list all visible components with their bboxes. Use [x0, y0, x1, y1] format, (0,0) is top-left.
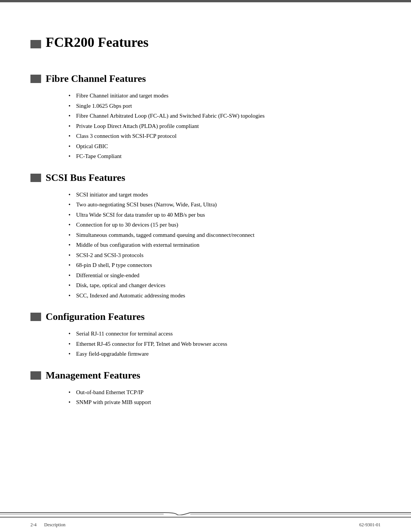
section-management: Management FeaturesOut-of-band Ethernet …	[30, 370, 381, 407]
list-item: FC-Tape Compliant	[68, 152, 381, 161]
list-item: SCSI-2 and SCSI-3 protocols	[68, 251, 381, 260]
configuration-icon	[30, 313, 41, 321]
main-title-icon	[30, 40, 41, 48]
main-title-row: FCR200 Features	[30, 27, 381, 62]
scsi-bus-bullet-list: SCSI initiator and target modesTwo auto-…	[30, 190, 381, 300]
list-item: Private Loop Direct Attach (PLDA) profil…	[68, 122, 381, 131]
section-fibre-channel: Fibre Channel FeaturesFibre Channel init…	[30, 73, 381, 161]
configuration-title: Configuration Features	[46, 311, 145, 323]
main-title: FCR200 Features	[46, 34, 148, 50]
configuration-heading-row: Configuration Features	[30, 311, 381, 323]
footer-page-number: 2-4	[30, 522, 37, 528]
scsi-bus-title: SCSI Bus Features	[46, 172, 125, 184]
list-item: Connection for up to 30 devices (15 per …	[68, 220, 381, 229]
list-item: Ethernet RJ-45 connector for FTP, Telnet…	[68, 340, 381, 348]
management-icon	[30, 371, 41, 380]
footer-line-container	[0, 510, 411, 517]
fibre-channel-title: Fibre Channel Features	[46, 73, 146, 85]
footer-decorative-line	[0, 511, 411, 515]
management-title: Management Features	[46, 370, 140, 381]
section-configuration: Configuration FeaturesSerial RJ-11 conne…	[30, 311, 381, 358]
list-item: Easy field-upgradable firmware	[68, 350, 381, 358]
footer-description: Description	[44, 522, 65, 528]
list-item: Middle of bus configuration with externa…	[68, 241, 381, 249]
management-heading-row: Management Features	[30, 370, 381, 381]
scsi-bus-icon	[30, 174, 41, 182]
list-item: Ultra Wide SCSI for data transfer up to …	[68, 211, 381, 219]
list-item: Serial RJ-11 connector for terminal acce…	[68, 329, 381, 338]
list-item: Single 1.0625 Gbps port	[68, 102, 381, 110]
list-item: Fibre Channel Arbitrated Loop (FC-AL) an…	[68, 112, 381, 120]
footer-right: 62-9301-01	[359, 522, 381, 528]
sections-container: Fibre Channel FeaturesFibre Channel init…	[30, 73, 381, 407]
footer-left: 2-4 Description	[30, 522, 65, 528]
section-scsi-bus: SCSI Bus FeaturesSCSI initiator and targ…	[30, 172, 381, 300]
top-border	[0, 0, 411, 2]
management-bullet-list: Out-of-band Ethernet TCP/IPSNMP with pri…	[30, 388, 381, 407]
list-item: 68-pin D shell, P type connectors	[68, 261, 381, 270]
list-item: SCC, Indexed and Automatic addressing mo…	[68, 291, 381, 300]
list-item: Fibre Channel initiator and target modes	[68, 91, 381, 100]
list-item: Optical GBIC	[68, 142, 381, 151]
list-item: Two auto-negotiating SCSI buses (Narrow,…	[68, 200, 381, 209]
footer-doc-number: 62-9301-01	[359, 522, 381, 527]
list-item: SNMP with private MIB support	[68, 398, 381, 407]
list-item: Disk, tape, optical and changer devices	[68, 281, 381, 290]
footer: 2-4 Description 62-9301-01	[0, 517, 411, 532]
fibre-channel-icon	[30, 75, 41, 83]
configuration-bullet-list: Serial RJ-11 connector for terminal acce…	[30, 329, 381, 358]
fibre-channel-heading-row: Fibre Channel Features	[30, 73, 381, 85]
page-container: FCR200 Features Fibre Channel FeaturesFi…	[0, 0, 411, 532]
list-item: Out-of-band Ethernet TCP/IP	[68, 388, 381, 397]
list-item: SCSI initiator and target modes	[68, 190, 381, 199]
fibre-channel-bullet-list: Fibre Channel initiator and target modes…	[30, 91, 381, 161]
list-item: Class 3 connection with SCSI-FCP protoco…	[68, 132, 381, 141]
list-item: Simultaneous commands, tagged command qu…	[68, 231, 381, 240]
list-item: Differential or single-ended	[68, 271, 381, 280]
scsi-bus-heading-row: SCSI Bus Features	[30, 172, 381, 184]
